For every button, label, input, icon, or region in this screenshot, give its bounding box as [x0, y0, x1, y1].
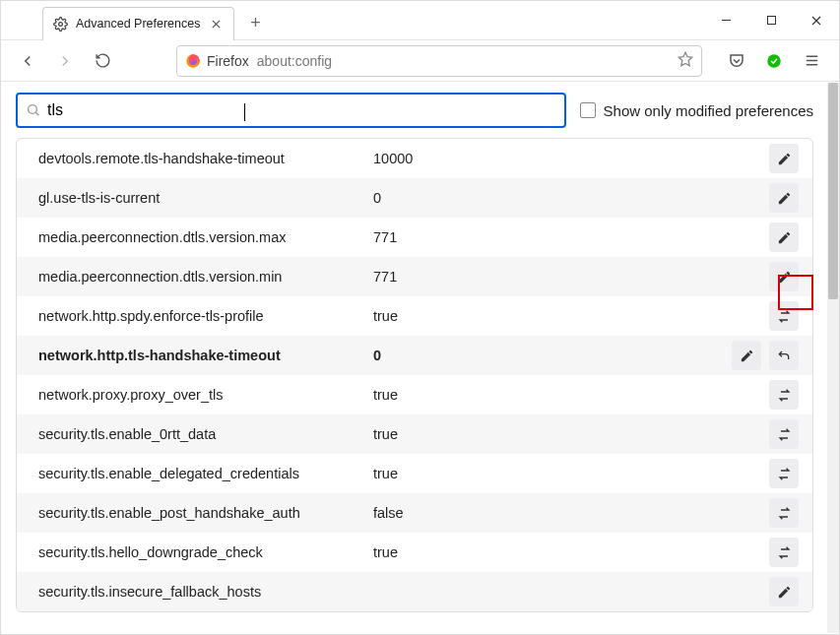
pref-search-box[interactable] — [16, 93, 566, 128]
pref-row: security.tls.hello_downgrade_checktrue — [17, 533, 812, 572]
pref-row: network.proxy.proxy_over_tlstrue — [17, 375, 812, 414]
app-menu-button[interactable] — [798, 47, 825, 75]
window-close-button[interactable] — [794, 1, 839, 39]
tab-close-button[interactable] — [208, 16, 224, 32]
new-tab-button[interactable]: + — [240, 9, 270, 38]
url-bar[interactable]: Firefox about:config — [176, 45, 702, 77]
pref-row: security.tls.enable_delegated_credential… — [17, 454, 812, 493]
gear-icon — [53, 17, 68, 32]
show-only-modified-toggle[interactable]: Show only modified preferences — [580, 102, 813, 119]
pref-value: 771 — [373, 269, 769, 285]
pref-value: false — [373, 505, 769, 521]
toggle-button[interactable] — [769, 419, 799, 449]
pocket-button[interactable] — [723, 47, 750, 75]
url-identity: Firefox — [185, 53, 249, 69]
pref-search-input[interactable] — [47, 101, 244, 119]
svg-rect-1 — [767, 17, 775, 25]
bookmark-star-button[interactable] — [678, 51, 693, 70]
nav-reload-button[interactable] — [86, 44, 119, 78]
toggle-button[interactable] — [769, 538, 799, 567]
pref-row: network.http.spdy.enforce-tls-profiletru… — [17, 296, 812, 336]
svg-point-0 — [59, 22, 63, 26]
pref-row: media.peerconnection.dtls.version.min771 — [17, 257, 812, 296]
pref-name: security.tls.insecure_fallback_hosts — [38, 584, 373, 600]
firefox-icon — [185, 53, 201, 69]
pref-value: true — [373, 387, 769, 403]
toggle-button[interactable] — [769, 301, 799, 331]
svg-point-4 — [767, 54, 781, 68]
edit-button[interactable] — [732, 341, 761, 370]
window-maximize-button[interactable] — [748, 1, 794, 39]
pref-row: devtools.remote.tls-handshake-timeout100… — [17, 139, 812, 178]
checkbox-icon — [580, 102, 596, 118]
vertical-scrollbar[interactable] — [827, 83, 839, 633]
extension-button[interactable] — [760, 47, 788, 75]
pref-value: 10000 — [373, 151, 769, 166]
pref-value: true — [373, 426, 769, 442]
tab-title: Advanced Preferences — [76, 17, 200, 31]
pref-name: devtools.remote.tls-handshake-timeout — [38, 151, 373, 166]
pref-name: media.peerconnection.dtls.version.max — [38, 229, 373, 245]
toggle-button[interactable] — [769, 498, 799, 528]
edit-button[interactable] — [769, 577, 799, 606]
pref-row: security.tls.enable_post_handshake_authf… — [17, 493, 812, 533]
nav-back-button[interactable] — [11, 44, 44, 78]
url-text: about:config — [257, 53, 670, 69]
pref-row: network.http.tls-handshake-timeout0 — [17, 336, 812, 375]
pref-row: security.tls.enable_0rtt_datatrue — [17, 414, 812, 454]
pref-name: network.proxy.proxy_over_tls — [38, 387, 373, 403]
toggle-button[interactable] — [769, 459, 799, 488]
pref-name: security.tls.hello_downgrade_check — [38, 544, 373, 560]
window-minimize-button[interactable] — [703, 1, 748, 39]
edit-button[interactable] — [769, 144, 799, 173]
pref-row: gl.use-tls-is-current0 — [17, 178, 812, 218]
edit-button[interactable] — [769, 262, 799, 291]
pref-value: 0 — [373, 190, 769, 206]
toggle-button[interactable] — [769, 380, 799, 410]
pref-name: security.tls.enable_delegated_credential… — [38, 466, 373, 481]
svg-point-5 — [29, 105, 37, 114]
nav-forward-button[interactable] — [48, 44, 82, 78]
pref-value: 0 — [373, 348, 732, 363]
pref-value: true — [373, 544, 769, 560]
pref-row: media.peerconnection.dtls.version.max771 — [17, 218, 812, 257]
pref-value: true — [373, 308, 769, 324]
edit-button[interactable] — [769, 183, 799, 213]
pref-name: security.tls.enable_post_handshake_auth — [38, 505, 373, 521]
pref-value: 771 — [373, 229, 769, 245]
edit-button[interactable] — [769, 222, 799, 252]
search-icon — [26, 102, 41, 118]
browser-tab[interactable]: Advanced Preferences — [42, 7, 234, 40]
pref-row: security.tls.insecure_fallback_hosts — [17, 572, 812, 611]
scrollbar-thumb[interactable] — [828, 83, 838, 299]
pref-name: gl.use-tls-is-current — [38, 190, 373, 206]
pref-value: true — [373, 466, 769, 481]
pref-name: security.tls.enable_0rtt_data — [38, 426, 373, 442]
reset-button[interactable] — [769, 341, 799, 370]
pref-name: network.http.tls-handshake-timeout — [38, 348, 373, 363]
pref-name: network.http.spdy.enforce-tls-profile — [38, 308, 373, 324]
pref-name: media.peerconnection.dtls.version.min — [38, 269, 373, 285]
